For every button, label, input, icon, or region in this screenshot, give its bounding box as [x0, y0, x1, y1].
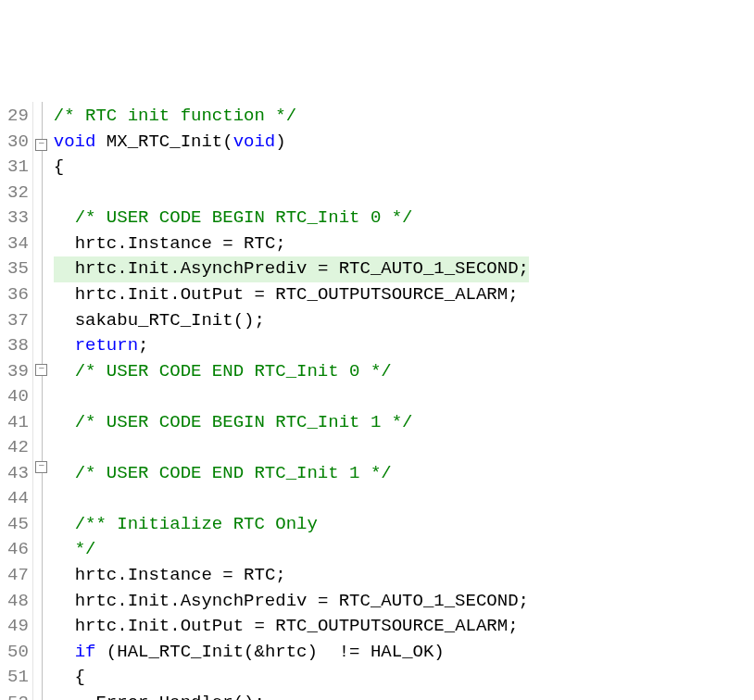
fold-marker[interactable] [33, 199, 50, 215]
code-area[interactable]: /* RTC init function */void MX_RTC_Init(… [50, 102, 529, 700]
token-op [54, 642, 75, 662]
token-id: Instance [128, 233, 212, 254]
token-op: ; [138, 335, 148, 356]
fold-marker[interactable] [33, 344, 50, 359]
code-line[interactable]: { [54, 155, 529, 181]
fold-marker[interactable] [33, 215, 50, 231]
token-id: Init [128, 616, 170, 636]
fold-marker[interactable] [33, 247, 50, 263]
line-number: 32 [7, 181, 29, 206]
fold-marker[interactable] [33, 102, 50, 118]
line-number: 31 [7, 155, 29, 181]
code-line[interactable]: void MX_RTC_Init(void) [54, 130, 529, 156]
token-op [54, 463, 75, 483]
fold-marker[interactable] [33, 231, 50, 246]
code-line[interactable]: hrtc.Init.OutPut = RTC_OUTPUTSOURCE_ALAR… [54, 614, 529, 640]
fold-marker[interactable] [33, 311, 50, 327]
code-line[interactable] [54, 435, 529, 461]
token-kw: void [233, 131, 276, 152]
code-line[interactable]: /* RTC init function */ [54, 104, 529, 130]
fold-marker[interactable] [33, 167, 50, 182]
token-cm: /* USER CODE END RTC_Init 1 */ [75, 463, 392, 483]
code-line[interactable] [54, 486, 529, 512]
fold-marker[interactable] [33, 295, 50, 311]
fold-marker[interactable]: − [33, 359, 50, 375]
token-op [54, 207, 75, 228]
token-op [54, 310, 75, 331]
token-op: = [244, 616, 275, 636]
fold-minus-icon[interactable]: − [35, 461, 47, 473]
fold-marker[interactable] [33, 505, 50, 520]
token-op: . [170, 591, 180, 611]
code-line[interactable] [54, 384, 529, 410]
fold-minus-icon[interactable]: − [35, 364, 47, 376]
line-number: 51 [7, 665, 29, 691]
line-number: 30 [7, 130, 29, 156]
token-op [54, 335, 75, 356]
fold-minus-icon[interactable]: − [35, 139, 47, 151]
fold-marker[interactable] [33, 440, 50, 456]
fold-column[interactable]: −−− [33, 102, 50, 700]
token-id: Init [128, 284, 170, 305]
token-op [54, 233, 75, 254]
token-op: . [170, 284, 180, 305]
token-op [54, 565, 75, 585]
token-id: hrtc [265, 642, 308, 662]
code-line[interactable]: hrtc.Init.AsynchPrediv = RTC_AUTO_1_SECO… [54, 589, 529, 615]
fold-marker[interactable] [33, 119, 50, 134]
token-op: { [54, 156, 64, 177]
token-id: HAL_OK [371, 642, 434, 662]
code-line[interactable]: */ [54, 537, 529, 563]
fold-marker[interactable] [33, 472, 50, 488]
code-line[interactable]: /* USER CODE END RTC_Init 0 */ [54, 359, 529, 385]
code-line[interactable]: return; [54, 333, 529, 359]
fold-marker[interactable] [33, 489, 50, 505]
code-line[interactable]: if (HAL_RTC_Init(&hrtc) != HAL_OK) [54, 640, 529, 666]
token-id: Instance [128, 565, 212, 585]
line-number: 35 [7, 256, 29, 282]
token-op: ( [95, 642, 117, 662]
code-line[interactable] [54, 181, 529, 206]
fold-marker[interactable]: − [33, 456, 50, 472]
line-number: 48 [7, 589, 29, 615]
token-op: ; [508, 616, 518, 636]
fold-marker[interactable] [33, 182, 50, 198]
token-cm: /* RTC init function */ [54, 106, 296, 126]
code-line[interactable]: hrtc.Init.AsynchPrediv = RTC_AUTO_1_SECO… [54, 256, 529, 282]
fold-marker[interactable] [33, 328, 50, 344]
code-line[interactable]: hrtc.Init.OutPut = RTC_OUTPUTSOURCE_ALAR… [54, 282, 529, 308]
code-line[interactable]: hrtc.Instance = RTC; [54, 563, 529, 589]
code-line[interactable]: /* USER CODE BEGIN RTC_Init 0 */ [54, 206, 529, 231]
fold-marker[interactable] [33, 424, 50, 440]
token-fn: MX_RTC_Init [107, 131, 222, 152]
fold-marker[interactable] [33, 150, 50, 166]
code-line[interactable]: /* USER CODE BEGIN RTC_Init 1 */ [54, 410, 529, 436]
line-number: 43 [7, 461, 29, 487]
token-id: hrtc [75, 284, 118, 305]
token-cm: /* USER CODE END RTC_Init 0 */ [75, 361, 392, 381]
token-op: ) != [308, 642, 371, 662]
code-editor[interactable]: 2930313233343536373839404142434445464748… [0, 102, 754, 700]
code-line[interactable]: Error_Handler(); [54, 691, 529, 700]
token-op: { [54, 667, 85, 687]
code-line[interactable]: /* USER CODE END RTC_Init 1 */ [54, 461, 529, 487]
token-op [54, 412, 75, 432]
token-op: . [117, 616, 127, 636]
fold-marker[interactable] [33, 279, 50, 294]
fold-marker[interactable] [33, 408, 50, 424]
fold-marker[interactable] [33, 263, 50, 279]
token-op: = [307, 591, 338, 611]
code-line[interactable]: { [54, 665, 529, 691]
fold-marker[interactable] [33, 376, 50, 392]
token-op [54, 693, 96, 700]
fold-marker[interactable]: − [33, 134, 50, 150]
token-id: RTC [244, 565, 275, 585]
code-line[interactable]: /** Initialize RTC Only [54, 512, 529, 538]
token-op [54, 361, 75, 381]
code-line[interactable]: sakabu_RTC_Init(); [54, 308, 529, 334]
fold-marker[interactable] [33, 392, 50, 407]
token-op [54, 539, 75, 559]
line-number: 40 [7, 384, 29, 410]
token-id: AsynchPrediv [181, 258, 308, 279]
code-line[interactable]: hrtc.Instance = RTC; [54, 231, 529, 257]
